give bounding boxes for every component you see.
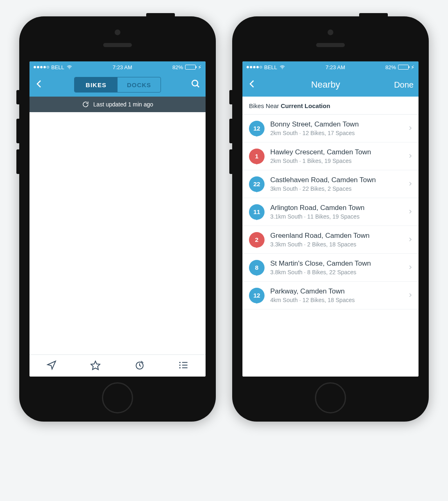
svg-marker-7 [91,361,100,370]
station-sub: 4km South · 12 Bikes, 18 Spaces [270,297,402,303]
station-count-badge: 22 [249,176,265,192]
search-button[interactable] [191,79,201,90]
wifi-icon [279,64,285,70]
chevron-right-icon [408,180,413,188]
station-row[interactable]: 2Greenland Road, Camden Town3.3km South … [242,226,419,254]
carrier-label: BELL [51,64,64,70]
chevron-right-icon [408,152,413,160]
battery-icon [185,65,196,70]
update-text: Last updated 1 min ago [93,101,153,108]
station-title: Parkway, Camden Town [270,287,402,296]
nav-bar: BIKES DOCKS [29,73,206,97]
station-count-badge: 11 [249,204,265,220]
station-sub: 3km South · 22 Bikes, 2 Spaces [270,185,402,192]
back-button[interactable] [247,79,257,90]
list-button[interactable] [175,357,192,375]
svg-point-11 [179,367,181,368]
station-title: Bonny Street, Camden Town [270,120,402,129]
chevron-right-icon [408,208,413,216]
header-location: Current Location [281,102,330,109]
signal-dots-icon [247,66,262,68]
seg-bikes[interactable]: BIKES [75,77,118,92]
station-title: St Martin's Close, Camden Town [270,260,402,268]
back-button[interactable] [34,79,44,90]
station-sub: 2km South · 1 Bikes, 19 Spaces [270,158,402,164]
station-title: Castlehaven Road, Camden Town [270,176,402,184]
battery-icon [398,65,409,70]
station-row[interactable]: 8St Martin's Close, Camden Town3.8km Sou… [242,254,419,282]
update-banner[interactable]: Last updated 1 min ago [29,97,206,112]
status-bar: BELL 7:23 AM 82% ⚡︎ [242,61,419,73]
station-count-badge: 12 [249,121,265,136]
locate-button[interactable] [43,357,60,375]
chevron-right-icon [408,291,413,300]
timer-button[interactable] [131,357,148,375]
charging-icon: ⚡︎ [198,64,201,70]
list-section-header: Bikes Near Current Location [242,97,419,114]
battery-pct-label: 82% [172,64,183,70]
carrier-label: BELL [264,64,277,70]
station-row[interactable]: 12Bonny Street, Camden Town2km South · 1… [242,115,419,142]
station-sub: 3.8km South · 8 Bikes, 22 Spaces [270,269,402,275]
nav-bar: Nearby Done [242,73,419,97]
phone-frame-map: BELL 7:23 AM 82% ⚡︎ BIKES DOCKS [19,16,216,422]
chevron-right-icon [408,263,413,272]
station-sub: 3.3km South · 2 Bikes, 18 Spaces [270,241,402,248]
station-row[interactable]: 12Parkway, Camden Town4km South · 12 Bik… [242,282,419,309]
nav-title: Nearby [311,79,340,90]
station-count-badge: 1 [249,149,265,164]
segmented-control: BIKES DOCKS [74,77,161,93]
station-count-badge: 2 [249,232,265,248]
phone-frame-list: BELL 7:23 AM 82% ⚡︎ Nearby Done Bikes Ne… [232,16,429,422]
station-row[interactable]: 1Hawley Crescent, Camden Town2km South ·… [242,142,419,170]
status-bar: BELL 7:23 AM 82% ⚡︎ [29,61,206,73]
chevron-right-icon [408,235,413,244]
station-title: Greenland Road, Camden Town [270,232,402,240]
clock-label: 7:23 AM [113,64,132,70]
station-count-badge: 8 [249,260,265,275]
station-sub: 2km South · 12 Bikes, 17 Spaces [270,130,402,136]
svg-point-1 [192,80,198,86]
seg-docks[interactable]: DOCKS [118,77,161,92]
refresh-icon [82,101,89,108]
station-sub: 3.1km South · 11 Bikes, 19 Spaces [270,213,402,220]
favorite-button[interactable] [87,357,104,375]
station-list[interactable]: 12Bonny Street, Camden Town2km South · 1… [242,114,419,377]
battery-pct-label: 82% [385,64,396,70]
bottom-toolbar [29,354,206,377]
done-button[interactable]: Done [394,80,414,90]
signal-dots-icon [34,66,49,68]
svg-point-10 [179,364,181,366]
clock-label: 7:23 AM [326,64,345,70]
station-title: Hawley Crescent, Camden Town [270,148,402,156]
station-row[interactable]: 11Arlington Road, Camden Town3.1km South… [242,198,419,226]
station-title: Arlington Road, Camden Town [270,204,402,212]
svg-point-0 [69,68,70,69]
svg-point-9 [179,362,181,363]
station-row[interactable]: 22Castlehaven Road, Camden Town3km South… [242,170,419,198]
header-prefix: Bikes Near [249,102,281,109]
svg-point-15 [282,68,283,69]
wifi-icon [66,64,72,70]
svg-line-2 [197,85,199,87]
station-count-badge: 12 [249,288,265,303]
chevron-right-icon [408,124,413,133]
charging-icon: ⚡︎ [411,64,414,70]
